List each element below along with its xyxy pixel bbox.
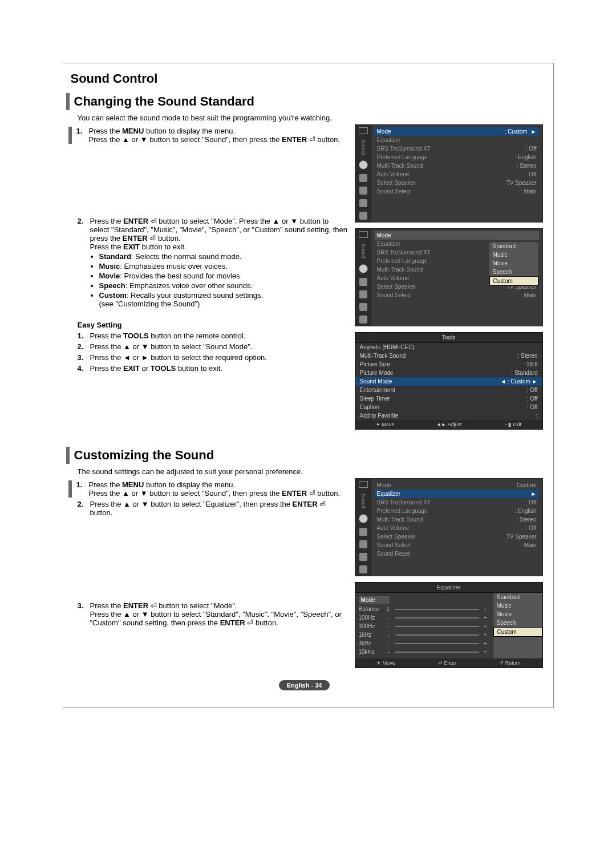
step-number: 2. <box>78 342 90 351</box>
step-text: Press the ENTER ⏎ button to select "Mode… <box>90 217 349 310</box>
osd-row: Select Speaker: TV Speaker <box>375 179 539 187</box>
page-footer: English - 34 <box>66 680 543 690</box>
mode-list: Standard: Selects the normal sound mode.… <box>90 252 349 308</box>
osd-mode-submenu: StandardMusicMovieSpeechCustom <box>489 241 539 286</box>
tv-icon <box>359 231 368 238</box>
osd-side-label: Sound <box>360 494 366 508</box>
step-text: Press the MENU button to display the men… <box>89 127 349 144</box>
osd-row: Sound Select: Main <box>375 187 539 196</box>
osd-row: Auto Volume: Off <box>375 524 539 532</box>
osd-row: SRS TruSurround XT: Off <box>375 144 539 153</box>
step-number: 1. <box>76 480 89 498</box>
osd-equalizer-menu: Equalizer ModeBalanceL+100Hz-+300Hz-+1kH… <box>355 582 543 668</box>
section-intro: The sound settings can be adjusted to su… <box>78 467 543 476</box>
menu-icon <box>359 174 367 182</box>
submenu-option: Speech <box>493 618 542 627</box>
footer-hint: ✦ Move <box>376 660 395 666</box>
osd-tools-menu: Tools Anynet+ (HDMI-CEC): Multi-Track So… <box>355 332 543 430</box>
osd-row: Preferred Language: English <box>375 153 539 161</box>
section-header: Customizing the Sound <box>66 447 543 464</box>
osd-side-label: Sound <box>360 140 366 155</box>
osd-row: Mode: Custom <box>375 481 539 490</box>
submenu-option: Movie <box>489 259 538 268</box>
tools-title: Tools <box>355 333 542 343</box>
step-number: 1. <box>78 331 90 340</box>
tools-row: Add to Favorite: <box>355 411 542 420</box>
tools-row: Picture Mode: Standard <box>355 369 542 377</box>
speaker-icon <box>359 264 368 273</box>
step-text: Press the EXIT or TOOLS button to exit. <box>90 364 349 373</box>
step-text: Press the ▲ or ▼ button to select "Sound… <box>90 342 349 351</box>
step-accent-bar <box>68 480 72 498</box>
section-title: Customizing the Sound <box>74 447 214 464</box>
osd-row: SRS TruSurround XT: Off <box>375 498 539 507</box>
eq-row: 3kHz-+ <box>359 639 489 648</box>
gear-icon <box>359 540 367 548</box>
speaker-icon <box>359 514 368 523</box>
tv-icon <box>359 481 368 488</box>
step-text: Press the MENU button to display the men… <box>89 480 349 498</box>
osd-row: Select Speaker: TV Speaker <box>375 532 539 541</box>
subsection-title: Easy Setting <box>78 321 349 329</box>
osd-row: Equalizer► <box>375 490 539 498</box>
eq-row: 1kHz-+ <box>359 630 489 639</box>
footer-hint: ◄► Adjust <box>436 422 462 427</box>
eq-title: Equalizer <box>355 583 542 593</box>
osd-row: Sound Select: Main <box>375 541 539 549</box>
osd-row: Multi-Track Sound: Stereo <box>375 515 539 524</box>
step-text: Press the ENTER ⏎ button to select "Mode… <box>90 601 349 627</box>
page-number-pill: English - 34 <box>279 680 330 690</box>
input-icon <box>359 303 367 311</box>
step-text: Press the TOOLS button on the remote con… <box>90 331 349 340</box>
menu-icon <box>359 278 367 286</box>
guide-icon <box>359 316 367 324</box>
footer-hint: →▮ Exit <box>503 422 521 427</box>
osd-sound-menu-submenu: Sound ModeEqualizerSRS TruSurround XTPre… <box>355 228 543 326</box>
submenu-option: Speech <box>489 268 538 276</box>
submenu-option: Standard <box>493 593 542 601</box>
tools-row: Caption: Off <box>355 403 542 411</box>
chapter-title: Sound Control <box>71 71 543 86</box>
gear-icon <box>359 187 367 195</box>
osd-row: Mode <box>375 231 539 240</box>
tools-row: Multi-Track Sound: Stereo <box>355 351 542 360</box>
gear-icon <box>359 290 367 298</box>
tools-row: Sound Mode◄ : Custom ► <box>355 377 542 386</box>
footer-hint: ⏎ Enter <box>438 660 456 666</box>
step-number: 2. <box>78 217 90 310</box>
eq-row: BalanceL+ <box>359 605 489 613</box>
submenu-option: Custom <box>493 627 542 637</box>
step-text: Press the ◄ or ► button to select the re… <box>90 353 349 362</box>
footer-hint: ✦ Move <box>376 422 395 427</box>
speaker-icon <box>359 160 368 169</box>
osd-side-label: Sound <box>360 244 366 258</box>
tools-row: Sleep Timer: Off <box>355 394 542 403</box>
osd-row: Preferred Language: English <box>375 507 539 515</box>
step-text: Press the ▲ or ▼ button to select "Equal… <box>90 500 349 517</box>
tv-icon <box>359 127 368 134</box>
tools-row: Entertainment: Off <box>355 386 542 394</box>
osd-row: Multi-Track Sound: Stereo <box>375 161 539 170</box>
guide-icon <box>359 565 367 573</box>
osd-sound-menu-eq: Sound Mode: CustomEqualizer►SRS TruSurro… <box>355 478 543 576</box>
guide-icon <box>359 212 367 220</box>
eq-row: 100Hz-+ <box>359 613 489 622</box>
osd-row: Mode: Custom► <box>375 127 539 136</box>
submenu-option: Music <box>489 250 538 259</box>
submenu-option: Movie <box>493 610 542 618</box>
osd-row: Equalizer <box>375 136 539 144</box>
eq-row: Mode <box>359 595 489 605</box>
submenu-option: Custom <box>489 276 538 286</box>
section-title: Changing the Sound Standard <box>74 93 255 110</box>
submenu-option: Music <box>493 601 542 610</box>
step-number: 4. <box>78 364 90 373</box>
osd-sound-menu: Sound Mode: Custom►EqualizerSRS TruSurro… <box>355 124 543 223</box>
section-accent-bar <box>66 447 70 464</box>
step-number: 3. <box>78 601 90 627</box>
section-intro: You can select the sound mode to best su… <box>78 114 543 122</box>
step-accent-bar <box>68 127 72 144</box>
input-icon <box>359 199 367 207</box>
submenu-option: Standard <box>489 242 538 250</box>
eq-row: 10kHz-+ <box>359 648 489 656</box>
menu-icon <box>359 528 367 536</box>
